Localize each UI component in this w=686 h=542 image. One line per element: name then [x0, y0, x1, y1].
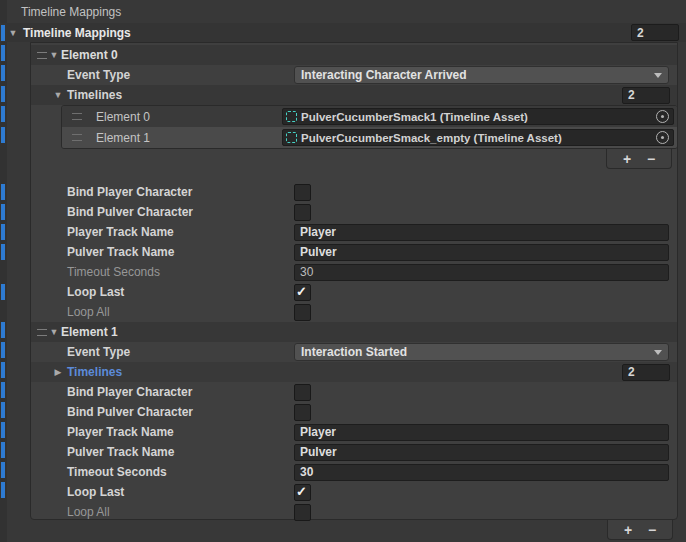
foldout-closed-icon[interactable]: ▶ [53, 367, 63, 377]
dropdown-arrow-icon [654, 73, 662, 78]
prefab-override-bar [1, 184, 5, 200]
bind-player-label: Bind Player Character [31, 185, 294, 199]
prefab-override-bar [1, 106, 5, 122]
timeline-asset-field[interactable]: PulverCucumberSmack1 (Timeline Asset) [282, 108, 674, 125]
prefab-override-bar [1, 382, 5, 398]
timeline-list-item[interactable]: Element 0 PulverCucumberSmack1 (Timeline… [62, 106, 677, 127]
loop-all-row: Loop All [31, 502, 677, 522]
pulver-track-row: Pulver Track Name Pulver [31, 442, 677, 462]
timelines-list: Element 0 PulverCucumberSmack1 (Timeline… [61, 105, 678, 149]
loop-last-row: Loop Last [31, 282, 677, 302]
loop-last-checkbox[interactable] [294, 484, 311, 501]
prefab-override-bar [1, 284, 5, 300]
timelines-size-field[interactable]: 2 [622, 87, 670, 104]
prefab-override-bar [1, 462, 5, 478]
element-0-header[interactable]: ▼ Element 0 [31, 45, 677, 65]
add-element-button[interactable]: + [624, 523, 632, 537]
prefab-override-bar [1, 244, 5, 260]
timeout-input[interactable]: 30 [294, 464, 669, 481]
foldout-open-icon[interactable]: ▼ [53, 90, 63, 100]
bind-player-checkbox[interactable] [294, 384, 311, 401]
remove-element-button[interactable]: − [647, 152, 655, 166]
foldout-open-icon[interactable]: ▼ [49, 327, 59, 337]
prefab-override-bar [1, 442, 5, 458]
event-type-value: Interaction Started [301, 345, 407, 359]
bind-pulver-row: Bind Pulver Character [31, 402, 677, 422]
bind-player-row: Bind Player Character [31, 182, 677, 202]
array-title: Timeline Mappings [23, 26, 131, 40]
event-type-label: Event Type [31, 68, 294, 82]
pulver-track-value: Pulver [300, 245, 337, 259]
drag-handle-icon[interactable] [37, 52, 47, 59]
foldout-open-icon[interactable]: ▼ [49, 50, 59, 60]
timelines-size-field[interactable]: 2 [622, 364, 670, 381]
timeline-mappings-container: ▼ Element 0 Event Type Interacting Chara… [30, 42, 678, 520]
remove-element-button[interactable]: − [648, 523, 656, 537]
object-picker-icon[interactable] [656, 131, 669, 144]
pulver-track-input[interactable]: Pulver [294, 444, 669, 461]
timeline-asset-field[interactable]: PulverCucumberSmack_empty (Timeline Asse… [282, 129, 674, 146]
timeline-mappings-header[interactable]: ▼ Timeline Mappings 2 [0, 23, 686, 42]
pulver-track-value: Pulver [300, 445, 337, 459]
timeline-asset-icon [286, 111, 297, 122]
prefab-override-bar [1, 86, 5, 102]
script-property-label: Timeline Mappings [21, 5, 121, 19]
player-track-value: Player [300, 425, 336, 439]
loop-all-row: Loop All [31, 302, 677, 322]
event-type-row: Event Type Interaction Started [31, 342, 677, 362]
timeout-row: Timeout Seconds 30 [31, 462, 677, 482]
timeout-input[interactable]: 30 [294, 264, 669, 281]
bind-pulver-checkbox[interactable] [294, 204, 311, 221]
timeout-label: Timeout Seconds [31, 265, 294, 279]
unity-inspector-panel: Timeline Mappings ▼ Timeline Mappings 2 … [0, 0, 686, 542]
player-track-label: Player Track Name [31, 225, 294, 239]
timeline-list-item[interactable]: Element 1 PulverCucumberSmack_empty (Tim… [62, 127, 677, 148]
player-track-row: Player Track Name Player [31, 222, 677, 242]
event-type-dropdown[interactable]: Interacting Character Arrived [294, 66, 669, 84]
prefab-override-bar [1, 25, 5, 41]
pulver-track-input[interactable]: Pulver [294, 244, 669, 261]
loop-all-checkbox[interactable] [294, 304, 311, 321]
drag-handle-icon[interactable] [72, 113, 82, 120]
add-element-button[interactable]: + [623, 152, 631, 166]
player-track-input[interactable]: Player [294, 224, 669, 241]
player-track-input[interactable]: Player [294, 424, 669, 441]
prefab-override-bar [1, 422, 5, 438]
timelines-header-collapsed[interactable]: ▶ Timelines 2 [31, 362, 677, 382]
foldout-open-icon[interactable]: ▼ [8, 28, 18, 38]
bind-pulver-row: Bind Pulver Character [31, 202, 677, 222]
prefab-override-bar [1, 482, 5, 498]
bind-player-row: Bind Player Character [31, 382, 677, 402]
event-type-dropdown[interactable]: Interaction Started [294, 343, 669, 361]
element-1-header[interactable]: ▼ Element 1 [31, 322, 677, 342]
timelines-label: Timelines [67, 365, 122, 379]
drag-handle-icon[interactable] [72, 134, 82, 141]
bind-pulver-checkbox[interactable] [294, 404, 311, 421]
player-track-value: Player [300, 225, 336, 239]
object-picker-icon[interactable] [656, 110, 669, 123]
loop-all-checkbox[interactable] [294, 504, 311, 521]
bind-player-label: Bind Player Character [31, 385, 294, 399]
loop-last-label: Loop Last [31, 485, 294, 499]
prefab-override-bar [1, 402, 5, 418]
timelines-header[interactable]: ▼ Timelines 2 [31, 85, 677, 105]
bind-player-checkbox[interactable] [294, 184, 311, 201]
loop-all-label: Loop All [31, 505, 294, 519]
loop-all-label: Loop All [31, 305, 294, 319]
timeout-value: 30 [300, 265, 313, 279]
prefab-override-bar [1, 322, 5, 338]
drag-handle-icon[interactable] [37, 329, 47, 336]
dropdown-arrow-icon [654, 350, 662, 355]
loop-last-checkbox[interactable] [294, 284, 311, 301]
array-size-field[interactable]: 2 [631, 24, 679, 41]
spacer [31, 170, 677, 182]
timeout-value: 30 [300, 465, 313, 479]
list-item-label: Element 1 [96, 131, 282, 145]
prefab-override-bar [1, 224, 5, 240]
event-type-label: Event Type [31, 345, 294, 359]
timelines-label: Timelines [67, 88, 122, 102]
prefab-override-bar [1, 204, 5, 220]
bind-pulver-label: Bind Pulver Character [31, 405, 294, 419]
player-track-row: Player Track Name Player [31, 422, 677, 442]
list-add-remove-tab: + − [606, 149, 672, 169]
